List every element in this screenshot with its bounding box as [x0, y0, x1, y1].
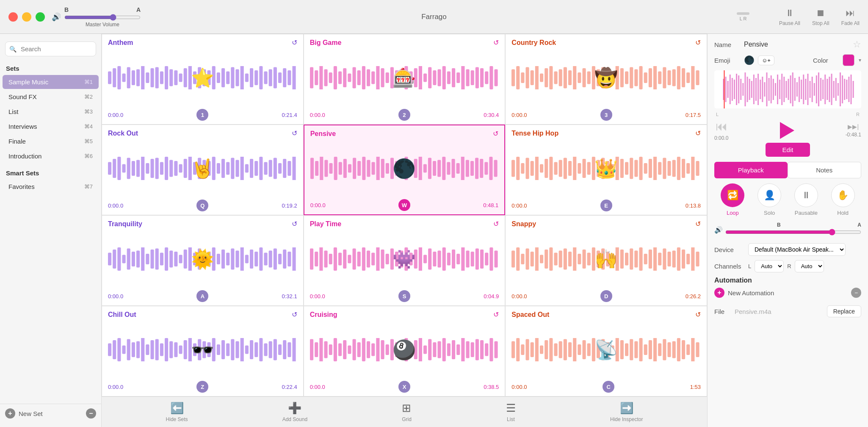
tile-key[interactable]: 2 — [398, 109, 410, 121]
tile-loop-icon[interactable]: ↺ — [493, 39, 499, 47]
tile-loop-icon[interactable]: ↺ — [292, 220, 297, 228]
remove-set-button[interactable]: − — [86, 408, 96, 419]
svg-rect-358 — [691, 247, 695, 271]
sound-tile-cruising[interactable]: Cruising ↺ 🎱 0:00.0 X 0:38.5 — [304, 306, 506, 396]
sound-tile-country-rock[interactable]: Country Rock ↺ 🤠 0:00.0 3 0:17.5 — [505, 34, 707, 125]
svg-rect-236 — [682, 159, 685, 178]
minimize-button[interactable] — [22, 12, 31, 22]
hide-inspector-button[interactable]: ➡️ Hide Inspector — [610, 402, 643, 422]
inspector-name-input[interactable] — [744, 41, 849, 48]
tile-key[interactable]: A — [196, 290, 208, 302]
close-button[interactable] — [8, 12, 18, 22]
tile-loop-icon[interactable]: ↺ — [292, 39, 297, 47]
tile-loop-icon[interactable]: ↺ — [493, 130, 498, 138]
svg-rect-534 — [838, 83, 839, 96]
sidebar-item-finale[interactable]: Finale ⌘5 — [3, 134, 99, 148]
tile-loop-icon[interactable]: ↺ — [695, 311, 701, 319]
svg-rect-134 — [174, 161, 177, 176]
edit-button[interactable]: Edit — [766, 143, 810, 157]
tile-key[interactable]: S — [398, 290, 410, 302]
sound-tile-spaced-out[interactable]: Spaced Out ↺ 📡 0:00.0 C 1:53 — [505, 306, 707, 396]
sound-tile-play-time[interactable]: Play Time ↺ 👾 0:00.0 S 0:04.9 — [304, 215, 506, 306]
replace-button[interactable]: Replace — [827, 305, 861, 317]
svg-rect-111 — [658, 72, 661, 84]
tile-key[interactable]: W — [398, 199, 410, 211]
loop-button[interactable]: 🔁 Loop — [721, 183, 744, 216]
fade-out-button[interactable]: ▶▶| — [848, 123, 859, 130]
pause-all-button[interactable]: ⏸ Pause All — [779, 8, 800, 26]
color-swatch[interactable] — [843, 54, 854, 66]
svg-rect-368 — [146, 344, 149, 355]
sound-tile-anthem[interactable]: Anthem ↺ ⭐ 0:00.0 1 0:21.4 — [102, 34, 304, 125]
tile-key[interactable]: D — [600, 290, 612, 302]
tile-footer: 0:00.0 W 0:48.1 — [310, 199, 499, 211]
new-automation-button[interactable]: + New Automation — [714, 288, 774, 298]
sidebar-item-sound-fx[interactable]: Sound FX ⌘2 — [3, 90, 99, 104]
sidebar-item-sample-music[interactable]: Sample Music ⌘1 — [3, 75, 99, 89]
tile-loop-icon[interactable]: ↺ — [493, 220, 499, 228]
sidebar-item-introduction[interactable]: Introduction ⌘6 — [3, 149, 99, 163]
channel-l-select[interactable]: Auto — [755, 260, 784, 272]
sound-tile-chill-out[interactable]: Chill Out ↺ 🕶️ 0:00.0 Z 0:22.4 — [102, 306, 304, 396]
tile-key[interactable]: Z — [196, 381, 208, 393]
sound-tile-tranquility[interactable]: Tranquility ↺ 🌞 0:00.0 A 0:32.1 — [102, 215, 304, 306]
channel-r-select[interactable]: Auto — [795, 260, 824, 272]
search-input[interactable] — [5, 42, 96, 56]
sidebar-item-favorites[interactable]: Favorites ⌘7 — [3, 180, 99, 194]
fade-all-button[interactable]: ⏭ Fade All — [841, 8, 860, 26]
tile-key[interactable]: C — [603, 381, 614, 393]
svg-rect-123 — [122, 164, 125, 173]
tile-loop-icon[interactable]: ↺ — [695, 129, 701, 137]
svg-rect-394 — [269, 341, 272, 358]
tile-loop-icon[interactable]: ↺ — [695, 39, 701, 47]
hide-sets-button[interactable]: ⬅️ Hide Sets — [166, 402, 188, 422]
solo-button[interactable]: 👤 Solo — [757, 183, 781, 216]
tile-key[interactable]: Q — [196, 200, 208, 211]
sidebar-item-interviews[interactable]: Interviews ⌘4 — [3, 119, 99, 133]
sound-tile-pensive[interactable]: Pensive ↺ 🌑 0:00.0 W 0:48.1 — [304, 125, 506, 215]
master-volume-slider[interactable] — [64, 14, 141, 21]
new-set-button[interactable]: + New Set — [5, 408, 43, 419]
tile-key[interactable]: X — [398, 381, 410, 393]
tile-loop-icon[interactable]: ↺ — [493, 311, 499, 319]
svg-rect-197 — [484, 162, 488, 175]
tile-loop-icon[interactable]: ↺ — [292, 129, 297, 137]
sound-tile-big-game[interactable]: Big Game ↺ 🎰 0:00.0 2 0:30.4 — [304, 34, 506, 125]
playback-tab[interactable]: Playback — [714, 162, 788, 178]
sound-tile-tense-hip-hop[interactable]: Tense Hip Hop ↺ 👑 0:00.0 E 0:13.8 — [505, 125, 707, 215]
tile-loop-icon[interactable]: ↺ — [292, 311, 297, 319]
svg-rect-538 — [846, 80, 847, 99]
add-sound-button[interactable]: ➕ Add Sound — [282, 402, 307, 422]
svg-rect-310 — [452, 250, 455, 269]
svg-rect-208 — [550, 157, 553, 180]
favorite-star-icon[interactable]: ☆ — [853, 39, 861, 50]
tile-key[interactable]: E — [600, 200, 612, 211]
notes-tab[interactable]: Notes — [788, 162, 862, 178]
svg-rect-276 — [278, 254, 282, 264]
svg-rect-52 — [367, 69, 370, 86]
color-dropdown-icon[interactable]: ▾ — [859, 57, 861, 63]
tile-header: Spaced Out ↺ — [511, 311, 701, 319]
svg-rect-398 — [287, 342, 291, 357]
device-select[interactable]: Default (MacBook Air Speak... — [748, 243, 846, 256]
tile-key[interactable]: 3 — [600, 109, 612, 121]
sidebar-item-list[interactable]: List ⌘3 — [3, 105, 99, 119]
play-button[interactable] — [780, 122, 794, 139]
sound-tile-snappy[interactable]: Snappy ↺ 🙌 0:00.0 D 0:26.2 — [505, 215, 707, 306]
svg-rect-472 — [663, 339, 666, 360]
back-button[interactable]: ⏮ — [716, 119, 727, 133]
tile-footer: 0:00.0 Z 0:22.4 — [108, 381, 297, 393]
maximize-button[interactable] — [36, 12, 45, 22]
stop-all-button[interactable]: ⏹ Stop All — [812, 8, 829, 26]
tile-key[interactable]: 1 — [196, 109, 208, 121]
tile-loop-icon[interactable]: ↺ — [695, 220, 701, 228]
hold-button[interactable]: ✋ Hold — [831, 183, 855, 216]
sound-tile-rock-out[interactable]: Rock Out ↺ 🤘 0:00.0 Q 0:19.2 — [102, 125, 304, 215]
grid-view-button[interactable]: ⊞ Grid — [402, 402, 412, 422]
pausable-button[interactable]: ⏸ Pausable — [794, 183, 818, 216]
inspector-volume-slider[interactable] — [725, 229, 861, 236]
list-view-button[interactable]: ☰ List — [506, 402, 516, 422]
svg-rect-478 — [691, 338, 695, 361]
remove-automation-button[interactable]: − — [851, 288, 861, 298]
emoji-add-button[interactable]: ☺+ — [758, 55, 774, 65]
